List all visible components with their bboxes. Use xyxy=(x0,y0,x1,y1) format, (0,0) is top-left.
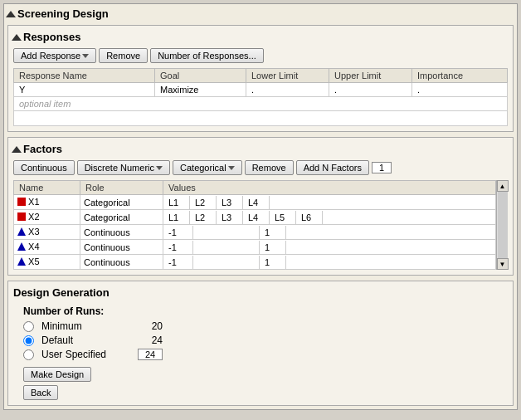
continuous-button[interactable]: Continuous xyxy=(13,160,75,175)
factor-role-x3: Continuous xyxy=(80,225,163,240)
user-specified-row: User Specified xyxy=(23,349,508,360)
responses-title: Responses xyxy=(23,31,80,43)
make-design-button[interactable]: Make Design xyxy=(23,367,91,382)
factors-section: Factors Continuous Discrete Numeric Cate… xyxy=(7,137,514,276)
factors-triangle[interactable] xyxy=(12,146,22,153)
svg-marker-2 xyxy=(17,227,26,236)
num-runs-label: Number of Runs: xyxy=(23,305,508,317)
col-importance: Importance xyxy=(412,69,508,83)
screening-design-header: Screening Design xyxy=(7,7,514,20)
factor-row-x3: X3 Continuous -11 xyxy=(14,225,496,240)
scroll-track[interactable] xyxy=(498,192,508,258)
design-generation-title: Design Generation xyxy=(13,286,110,299)
minimum-label: Minimum xyxy=(41,320,133,332)
factors-table: Name Role Values X1 Cat xyxy=(13,180,496,270)
default-radio[interactable] xyxy=(23,335,34,346)
factors-toolbar: Continuous Discrete Numeric Categorical … xyxy=(13,160,508,175)
col-upper-limit: Upper Limit xyxy=(329,69,412,83)
design-generation-section: Design Generation Number of Runs: Minimu… xyxy=(7,281,514,406)
default-row: Default 24 xyxy=(23,335,508,346)
default-value: 24 xyxy=(138,335,163,346)
collapse-triangle[interactable] xyxy=(6,11,16,17)
responses-triangle[interactable] xyxy=(12,34,22,41)
factors-title: Factors xyxy=(23,143,62,155)
discrete-dropdown-arrow xyxy=(156,166,163,170)
factors-header: Factors xyxy=(13,143,508,155)
add-response-dropdown-arrow xyxy=(82,54,89,58)
cont-icon-x4 xyxy=(17,242,26,251)
screening-design-title: Screening Design xyxy=(17,7,109,20)
factor-name-x5[interactable]: X5 xyxy=(14,255,80,270)
design-generation-header: Design Generation xyxy=(13,286,508,299)
factor-row-x2: X2 Categorical L1L2L3L4L5L6 xyxy=(14,210,496,225)
col-lower-limit: Lower Limit xyxy=(246,69,329,83)
categorical-dropdown-arrow xyxy=(228,166,235,170)
cont-icon-x5 xyxy=(17,257,26,266)
response-lower-y[interactable]: . xyxy=(246,83,329,97)
response-name-y[interactable]: Y xyxy=(14,83,155,97)
factor-values-x1[interactable]: L1L2L3L4 xyxy=(163,195,496,210)
factors-table-container: Name Role Values X1 Cat xyxy=(13,180,508,270)
number-of-responses-button[interactable]: Number of Responses... xyxy=(150,48,264,63)
factors-scrollbar[interactable]: ▲ ▼ xyxy=(496,180,508,270)
svg-marker-3 xyxy=(17,242,26,251)
factor-row-x5: X5 Continuous -11 xyxy=(14,255,496,270)
response-row-y: Y Maximize . . . xyxy=(14,83,508,97)
factor-name-x4[interactable]: X4 xyxy=(14,240,80,255)
default-label: Default xyxy=(41,335,133,346)
categorical-button[interactable]: Categorical xyxy=(173,160,242,175)
factor-values-x5[interactable]: -11 xyxy=(163,255,496,270)
user-specified-radio[interactable] xyxy=(23,349,34,360)
remove-factor-button[interactable]: Remove xyxy=(245,160,294,175)
remove-response-button[interactable]: Remove xyxy=(99,48,148,63)
response-optional-row: optional item xyxy=(14,97,508,111)
n-factors-input[interactable] xyxy=(372,162,392,173)
optional-item: optional item xyxy=(14,97,508,111)
back-button[interactable]: Back xyxy=(23,385,58,400)
scroll-down-btn[interactable]: ▼ xyxy=(497,258,509,270)
col-goal: Goal xyxy=(155,69,246,83)
responses-toolbar: Add Response Remove Number of Responses.… xyxy=(13,48,508,63)
col-factor-values: Values xyxy=(163,181,496,195)
scroll-up-btn[interactable]: ▲ xyxy=(497,180,509,192)
response-upper-y[interactable]: . xyxy=(329,83,412,97)
responses-table: Response Name Goal Lower Limit Upper Lim… xyxy=(13,68,508,126)
factor-row-x1: X1 Categorical L1L2L3L4 xyxy=(14,195,496,210)
minimum-row: Minimum 20 xyxy=(23,320,508,332)
add-response-button[interactable]: Add Response xyxy=(13,48,96,63)
factor-name-x2[interactable]: X2 xyxy=(14,210,80,225)
response-empty-row xyxy=(14,111,508,126)
factor-role-x1: Categorical xyxy=(80,195,163,210)
responses-header: Responses xyxy=(13,31,508,43)
user-specified-label: User Specified xyxy=(41,349,133,360)
col-response-name: Response Name xyxy=(14,69,155,83)
discrete-numeric-button[interactable]: Discrete Numeric xyxy=(77,160,170,175)
col-factor-name: Name xyxy=(14,181,80,195)
minimum-radio[interactable] xyxy=(23,321,34,332)
factor-row-x4: X4 Continuous -11 xyxy=(14,240,496,255)
minimum-value: 20 xyxy=(138,320,163,332)
cat-icon-x2 xyxy=(17,212,26,221)
factor-name-x3[interactable]: X3 xyxy=(14,225,80,240)
response-importance-y[interactable]: . xyxy=(412,83,508,97)
factor-values-x2[interactable]: L1L2L3L4L5L6 xyxy=(163,210,496,225)
factor-values-x4[interactable]: -11 xyxy=(163,240,496,255)
cont-icon-x3 xyxy=(17,227,26,236)
responses-section: Responses Add Response Remove Number of … xyxy=(7,25,514,132)
factor-role-x4: Continuous xyxy=(80,240,163,255)
response-goal-y[interactable]: Maximize xyxy=(155,83,246,97)
svg-rect-0 xyxy=(17,198,26,206)
add-n-factors-button[interactable]: Add N Factors xyxy=(296,160,369,175)
factor-role-x5: Continuous xyxy=(80,255,163,270)
factor-values-x3[interactable]: -11 xyxy=(163,225,496,240)
cat-icon-x1 xyxy=(17,198,26,206)
svg-marker-4 xyxy=(17,257,26,266)
svg-rect-1 xyxy=(17,212,26,221)
factor-role-x2: Categorical xyxy=(80,210,163,225)
col-factor-role: Role xyxy=(80,181,163,195)
factor-name-x1[interactable]: X1 xyxy=(14,195,80,210)
user-specified-input[interactable] xyxy=(138,349,163,360)
